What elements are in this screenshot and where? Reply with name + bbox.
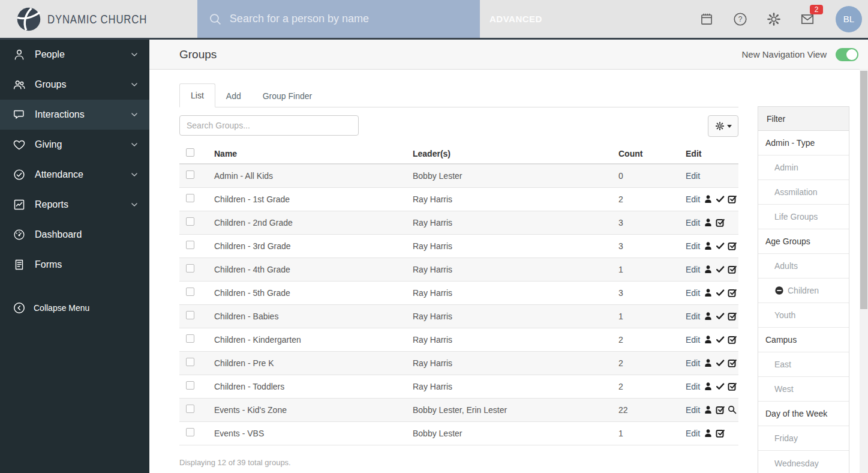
filter-item-admin[interactable]: Admin [758, 155, 849, 180]
select-all-checkbox[interactable] [186, 148, 194, 157]
filter-item-children[interactable]: Children [758, 279, 849, 303]
group-name[interactable]: Children - 1st Grade [214, 187, 413, 211]
row-checkbox[interactable] [186, 358, 194, 366]
check-icon[interactable] [715, 334, 725, 345]
check-icon[interactable] [715, 241, 725, 251]
person-search-input[interactable] [230, 13, 469, 25]
row-checkbox[interactable] [186, 264, 194, 273]
row-checkbox[interactable] [186, 311, 194, 319]
person-icon[interactable] [703, 217, 713, 227]
column-header-count[interactable]: Count [618, 145, 686, 164]
page-scrollbar-track[interactable] [860, 69, 868, 473]
check-square-icon[interactable] [727, 194, 737, 204]
check-icon[interactable] [715, 288, 725, 298]
person-icon[interactable] [703, 241, 713, 251]
person-icon[interactable] [703, 405, 713, 415]
person-icon[interactable] [703, 264, 713, 274]
advanced-search-link[interactable]: ADVANCED [489, 0, 542, 38]
sidebar-item-reports[interactable]: Reports [0, 190, 149, 220]
edit-link[interactable]: Edit [686, 171, 700, 181]
sidebar-item-dashboard[interactable]: Dashboard [0, 220, 149, 250]
group-name[interactable]: Children - 2nd Grade [214, 211, 413, 234]
check-square-icon[interactable] [727, 241, 737, 251]
filter-item-admin---type[interactable]: Admin - Type [758, 131, 849, 155]
row-checkbox[interactable] [186, 405, 194, 413]
group-search-input[interactable] [179, 115, 359, 136]
sidebar-item-people[interactable]: People [0, 40, 149, 70]
check-square-icon[interactable] [715, 428, 725, 438]
check-square-icon[interactable] [727, 358, 737, 368]
tab-group-finder[interactable]: Group Finder [252, 85, 323, 107]
mail-icon[interactable]: 2 [798, 10, 816, 28]
check-square-icon[interactable] [715, 217, 725, 227]
group-name[interactable]: Children - 4th Grade [214, 258, 413, 281]
tab-list[interactable]: List [179, 83, 215, 107]
edit-link[interactable]: Edit [686, 358, 700, 368]
check-icon[interactable] [715, 194, 725, 204]
sidebar-collapse-menu[interactable]: Collapse Menu [0, 295, 149, 321]
column-header-leaders[interactable]: Leader(s) [413, 145, 618, 164]
edit-link[interactable]: Edit [686, 382, 700, 391]
row-checkbox[interactable] [186, 428, 194, 436]
row-checkbox[interactable] [186, 381, 194, 390]
table-settings-dropdown-button[interactable] [708, 115, 738, 137]
check-square-icon[interactable] [727, 264, 737, 274]
user-avatar[interactable]: BL [836, 6, 862, 32]
check-icon[interactable] [715, 358, 725, 368]
check-icon[interactable] [715, 381, 725, 391]
filter-item-adults[interactable]: Adults [758, 254, 849, 279]
tab-add[interactable]: Add [215, 85, 252, 107]
person-icon[interactable] [703, 288, 713, 298]
sidebar-item-interactions[interactable]: Interactions [0, 100, 149, 130]
calendar-icon[interactable] [698, 10, 716, 28]
edit-link[interactable]: Edit [686, 405, 700, 415]
edit-link[interactable]: Edit [686, 265, 700, 274]
filter-item-life-groups[interactable]: Life Groups [758, 205, 849, 229]
edit-link[interactable]: Edit [686, 335, 700, 345]
edit-link[interactable]: Edit [686, 241, 700, 251]
group-name[interactable]: Children - 3rd Grade [214, 234, 413, 258]
filter-item-friday[interactable]: Friday [758, 426, 849, 451]
filter-item-east[interactable]: East [758, 352, 849, 377]
row-checkbox[interactable] [186, 334, 194, 343]
check-icon[interactable] [715, 311, 725, 321]
sidebar-item-groups[interactable]: Groups [0, 70, 149, 100]
check-square-icon[interactable] [727, 288, 737, 298]
filter-item-day-of-the-week[interactable]: Day of the Week [758, 402, 849, 426]
check-square-icon[interactable] [727, 334, 737, 345]
check-square-icon[interactable] [715, 405, 725, 415]
filter-item-campus[interactable]: Campus [758, 328, 849, 352]
row-checkbox[interactable] [186, 288, 194, 296]
check-square-icon[interactable] [727, 311, 737, 321]
sidebar-item-attendance[interactable]: Attendance [0, 160, 149, 190]
person-icon[interactable] [703, 311, 713, 321]
minus-circle-icon[interactable] [774, 286, 784, 295]
person-icon[interactable] [703, 334, 713, 345]
check-icon[interactable] [715, 264, 725, 274]
magnifier-icon[interactable] [727, 405, 737, 415]
group-name[interactable]: Admin - All Kids [214, 164, 413, 187]
column-header-name[interactable]: Name [214, 145, 413, 164]
group-name[interactable]: Children - 5th Grade [214, 281, 413, 304]
group-name[interactable]: Children - Toddlers [214, 375, 413, 398]
filter-item-youth[interactable]: Youth [758, 303, 849, 328]
edit-link[interactable]: Edit [686, 218, 700, 227]
new-navigation-view-toggle[interactable] [836, 48, 858, 61]
group-name[interactable]: Events - Kid's Zone [214, 398, 413, 421]
check-square-icon[interactable] [727, 381, 737, 391]
page-scrollbar-thumb[interactable] [860, 71, 867, 309]
person-icon[interactable] [703, 428, 713, 438]
group-name[interactable]: Children - Pre K [214, 351, 413, 375]
person-icon[interactable] [703, 381, 713, 391]
sidebar-item-giving[interactable]: Giving [0, 130, 149, 160]
row-checkbox[interactable] [186, 217, 194, 226]
edit-link[interactable]: Edit [686, 288, 700, 298]
settings-gear-icon[interactable] [765, 10, 783, 28]
group-name[interactable]: Children - Kindergarten [214, 328, 413, 351]
edit-link[interactable]: Edit [686, 429, 700, 438]
person-icon[interactable] [703, 194, 713, 204]
person-search-box[interactable] [197, 0, 480, 38]
filter-item-west[interactable]: West [758, 377, 849, 402]
group-name[interactable]: Children - Babies [214, 304, 413, 328]
person-icon[interactable] [703, 358, 713, 368]
